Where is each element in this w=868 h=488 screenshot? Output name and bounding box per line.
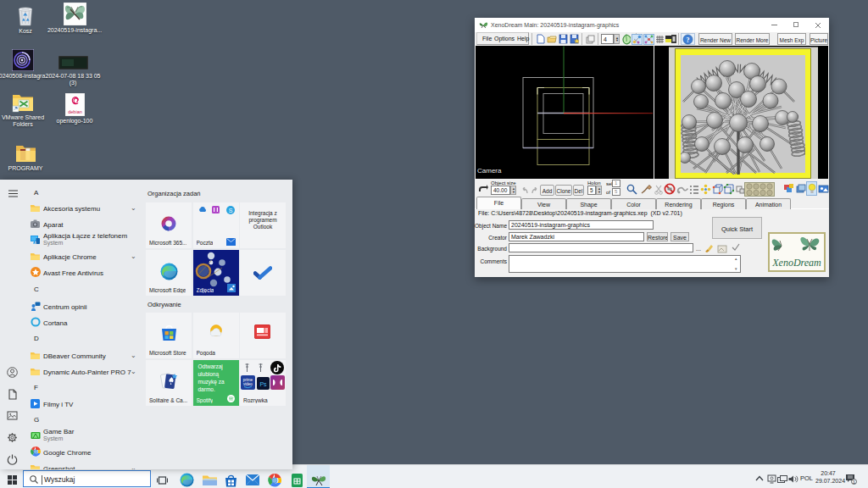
svg-text:Ps: Ps [259,380,267,386]
svg-text:XenoDream: XenoDream [771,257,821,269]
svg-text:Camera: Camera [477,167,502,175]
svg-text:S: S [228,207,232,213]
svg-text:?: ? [687,36,690,44]
svg-text:debian: debian [68,109,82,114]
svg-text:video: video [243,382,253,386]
